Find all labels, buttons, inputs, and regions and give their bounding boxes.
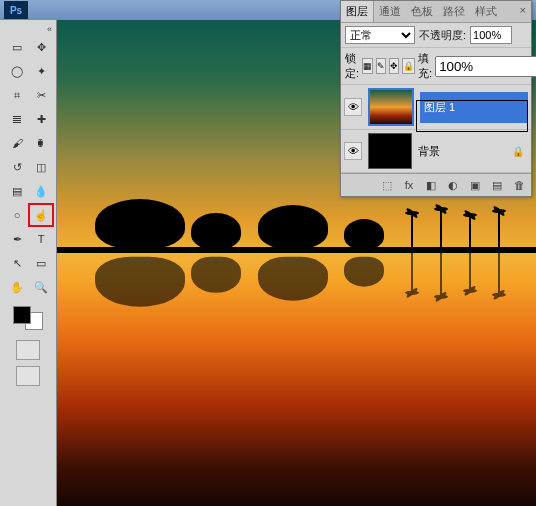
type-tool[interactable]: T xyxy=(29,228,53,250)
lock-all-icon[interactable]: 🔒 xyxy=(402,58,415,74)
crop-tool[interactable]: ⌗ xyxy=(5,84,29,106)
lasso-tool[interactable]: ◯ xyxy=(5,60,29,82)
lock-icon: 🔒 xyxy=(512,146,524,157)
lock-label: 锁定: xyxy=(345,51,359,81)
lock-paint-icon[interactable]: ✎ xyxy=(376,58,386,74)
stamp-tool[interactable]: ⧯ xyxy=(29,132,53,154)
gradient-tool[interactable]: ▤ xyxy=(5,180,29,202)
fill-input[interactable] xyxy=(435,56,536,77)
tab-channels[interactable]: 通道 xyxy=(374,1,406,22)
layer-thumbnail[interactable] xyxy=(368,133,412,169)
slice-tool[interactable]: ✂ xyxy=(29,84,53,106)
pen-tool[interactable]: ✒ xyxy=(5,228,29,250)
history-brush-tool[interactable]: ↺ xyxy=(5,156,29,178)
panel-close-button[interactable]: × xyxy=(515,1,531,22)
tab-layers[interactable]: 图层 xyxy=(341,1,374,22)
panel-tabs: 图层 通道 色板 路径 样式 × xyxy=(341,1,531,23)
tool-palette: « ▭✥◯✦⌗✂𝌆✚🖌⧯↺◫▤💧○☝✒T↖▭✋🔍 xyxy=(0,20,57,506)
blur-tool[interactable]: 💧 xyxy=(29,180,53,202)
dodge-tool[interactable]: ○ xyxy=(5,204,29,226)
layer-name-edit-box[interactable] xyxy=(416,100,528,132)
tab-paths[interactable]: 路径 xyxy=(438,1,470,22)
group-icon[interactable]: ▣ xyxy=(467,178,483,192)
app-window: Ps – □ × « ▭✥◯✦⌗✂𝌆✚🖌⧯↺◫▤💧○☝✒T↖▭✋🔍 xyxy=(0,0,536,506)
layers-panel[interactable]: 图层 通道 色板 路径 样式 × 正常 不透明度: 锁定: ▦ ✎ ✥ 🔒 填充… xyxy=(340,0,532,197)
panel-footer: ⬚ fx ◧ ◐ ▣ ▤ 🗑 xyxy=(341,173,531,196)
magic-wand-tool[interactable]: ✦ xyxy=(29,60,53,82)
mode-buttons xyxy=(16,340,40,386)
quick-mask-button[interactable] xyxy=(16,340,40,360)
layer-thumbnail[interactable] xyxy=(368,88,414,126)
hand-tool[interactable]: ✋ xyxy=(5,276,29,298)
mask-icon[interactable]: ◧ xyxy=(423,178,439,192)
eyedropper-tool[interactable]: 𝌆 xyxy=(5,108,29,130)
opacity-label: 不透明度: xyxy=(419,28,466,43)
link-layers-icon[interactable]: ⬚ xyxy=(379,178,395,192)
color-swatches[interactable] xyxy=(13,306,43,330)
tab-styles[interactable]: 样式 xyxy=(470,1,502,22)
blend-mode-select[interactable]: 正常 xyxy=(345,26,415,44)
tab-swatches[interactable]: 色板 xyxy=(406,1,438,22)
burn-tool[interactable]: ☝ xyxy=(29,204,53,226)
zoom-tool[interactable]: 🔍 xyxy=(29,276,53,298)
adjustment-icon[interactable]: ◐ xyxy=(445,178,461,192)
app-logo-icon: Ps xyxy=(4,1,28,19)
visibility-toggle-icon[interactable]: 👁 xyxy=(344,98,362,116)
path-select-tool[interactable]: ↖ xyxy=(5,252,29,274)
screen-mode-button[interactable] xyxy=(16,366,40,386)
opacity-input[interactable] xyxy=(470,26,512,44)
brush-tool[interactable]: 🖌 xyxy=(5,132,29,154)
fx-icon[interactable]: fx xyxy=(401,178,417,192)
toolbar-collapse-icon[interactable]: « xyxy=(47,24,54,34)
healing-tool[interactable]: ✚ xyxy=(29,108,53,130)
marquee-tool[interactable]: ▭ xyxy=(5,36,29,58)
move-tool[interactable]: ✥ xyxy=(29,36,53,58)
lock-transparency-icon[interactable]: ▦ xyxy=(362,58,373,74)
shape-tool[interactable]: ▭ xyxy=(29,252,53,274)
eraser-tool[interactable]: ◫ xyxy=(29,156,53,178)
lock-position-icon[interactable]: ✥ xyxy=(389,58,399,74)
layer-name[interactable]: 背景 xyxy=(418,144,512,159)
fill-label: 填充: xyxy=(418,51,432,81)
lock-fill-row: 锁定: ▦ ✎ ✥ 🔒 填充: xyxy=(341,48,531,85)
layer-row[interactable]: 👁 背景 🔒 xyxy=(341,130,531,173)
visibility-toggle-icon[interactable]: 👁 xyxy=(344,142,362,160)
blend-opacity-row: 正常 不透明度: xyxy=(341,23,531,48)
trash-icon[interactable]: 🗑 xyxy=(511,178,527,192)
foreground-color-swatch[interactable] xyxy=(13,306,31,324)
new-layer-icon[interactable]: ▤ xyxy=(489,178,505,192)
